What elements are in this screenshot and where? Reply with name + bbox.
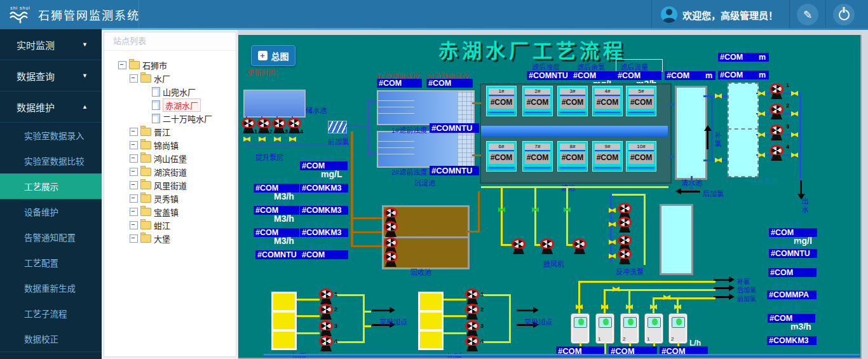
- collapse-icon[interactable]: [130, 194, 138, 203]
- collapse-icon[interactable]: [130, 141, 138, 149]
- pump-number: 4: [334, 338, 337, 344]
- inflow2-total-value: #COMKM3: [300, 206, 348, 215]
- tree-node-plants-group[interactable]: 水厂: [130, 72, 236, 85]
- scada-title: 赤湖水厂工艺流程: [438, 35, 627, 64]
- pencil-icon: ✎: [803, 8, 812, 22]
- valve-icon: [715, 158, 722, 163]
- tree-node-town[interactable]: 风里街道: [130, 179, 236, 192]
- tree-node-town[interactable]: 湖滨街道: [130, 165, 236, 179]
- filter-id: 2#: [525, 88, 550, 96]
- update-time-label: 更新时间：: [247, 67, 282, 78]
- filter-value: #COM: [489, 152, 514, 164]
- sidebar-sub-alarm-config[interactable]: 告警通知配置: [0, 224, 102, 250]
- collapse-icon[interactable]: [130, 208, 138, 216]
- post-chlorine-out-arrow: [714, 287, 729, 289]
- post-chlorine-arrow: [681, 191, 700, 193]
- pump-number: 2: [480, 306, 484, 313]
- tree-node-plant-shandou[interactable]: 山兜水厂: [152, 85, 236, 98]
- valve-icon: [791, 152, 798, 158]
- tree-node-town[interactable]: 蚶江: [130, 219, 236, 232]
- clear-water-tank: [675, 86, 707, 180]
- tree-label: 大堡: [154, 233, 170, 245]
- sidebar-sub-process-display[interactable]: 工艺展示: [0, 173, 102, 199]
- sidebar-divider: [0, 351, 102, 352]
- sidebar-sub-device-maint[interactable]: 设备维护: [0, 199, 102, 224]
- pipe: [566, 187, 568, 246]
- tree-node-plant-200k[interactable]: 二十万吨水厂: [152, 112, 236, 125]
- filter-unit: 3##COM: [557, 86, 588, 116]
- tree-label: 山兜水厂: [163, 86, 196, 98]
- filter-value: #COM: [595, 152, 620, 164]
- sidebar-sub-lab-entry[interactable]: 实验室数据录入: [0, 123, 102, 148]
- folder-icon: [129, 61, 140, 69]
- sedimentation-label: 沉淀池: [414, 177, 435, 187]
- filter-unit: 1##COM: [486, 86, 517, 116]
- collapse-icon[interactable]: [130, 154, 138, 163]
- collapse-icon[interactable]: [130, 128, 138, 136]
- valve-icon: [609, 254, 616, 259]
- collapse-icon[interactable]: [118, 61, 126, 69]
- filter-id: 10#: [628, 144, 654, 151]
- value-text: #COMKM3: [302, 206, 342, 215]
- sidebar-sub-subprocess[interactable]: 工艺子流程: [0, 301, 102, 326]
- edit-button[interactable]: ✎: [797, 4, 818, 25]
- out-ph-value: #COM: [768, 268, 817, 277]
- filter-unit: 9##COM: [592, 141, 623, 172]
- tree-node-town[interactable]: 鸿山伍堡: [130, 152, 236, 165]
- folder-icon: [140, 154, 151, 163]
- value-text: #COM: [720, 53, 743, 62]
- pump-number: 3: [285, 128, 288, 135]
- valve-icon: [715, 93, 722, 98]
- pipe: [628, 290, 630, 313]
- tree-node-town[interactable]: 锦尚镇: [130, 139, 236, 152]
- file-icon: [152, 87, 160, 97]
- value-text: #COM: [379, 79, 402, 88]
- value-text: #COMKM3: [302, 184, 342, 193]
- sidebar-sub-lab-compare[interactable]: 实验室数据比较: [0, 148, 102, 173]
- raw-turbidity-value: #COMNTU: [255, 250, 303, 259]
- sidebar-item-datamaint[interactable]: 数据维护 ▲: [0, 91, 102, 123]
- to-dosing-point-label: 至投加点: [379, 316, 407, 327]
- collapse-icon[interactable]: [130, 181, 138, 189]
- chlorinator-device: 1: [644, 313, 663, 344]
- blower-pump-icon: [512, 238, 526, 254]
- sidebar-item-dataquery[interactable]: 数据查询 ▼: [0, 60, 102, 91]
- tree-node-town[interactable]: 晋江: [130, 125, 236, 139]
- outflow-arrow: [800, 180, 802, 194]
- sidebar-item-realtime[interactable]: 实时监测 ▼: [0, 29, 102, 60]
- chlorinator-device: 1: [595, 313, 614, 344]
- collapse-icon[interactable]: [130, 168, 138, 176]
- prefilter1-turbidity-label: 1#滤前浊度: [391, 125, 427, 135]
- tree-node-town[interactable]: 灵秀镇: [130, 192, 236, 205]
- collapse-icon[interactable]: [130, 74, 138, 83]
- logout-button[interactable]: [833, 4, 855, 25]
- folder-icon: [140, 168, 151, 176]
- pump-number: 2: [786, 102, 789, 109]
- pipe: [610, 194, 612, 262]
- tree-node-plant-chihu[interactable]: 赤湖水厂: [152, 98, 236, 112]
- valve-icon: [758, 152, 765, 158]
- tree-node-town[interactable]: 大堡: [130, 232, 236, 245]
- main-area: + 总图 更新时间： 赤湖水厂工艺流程 储水池 1 2 3 4 提升泵房 前加氯…: [238, 30, 868, 359]
- alkali-tank: [418, 292, 444, 350]
- pipe: [351, 132, 353, 247]
- sidebar-item-label: 实时监测: [17, 38, 55, 51]
- collapse-icon[interactable]: [130, 234, 138, 243]
- value-text: #COM: [302, 250, 325, 259]
- tree-label: 锦尚镇: [154, 139, 179, 151]
- sidebar-sub-process-config[interactable]: 工艺配置: [0, 250, 102, 275]
- delivery-pump-house-label: 送水泵房: [750, 176, 778, 186]
- outflow-vlabel: 出水: [799, 198, 810, 214]
- sidebar-item-label: 数据查询: [17, 69, 55, 83]
- tree-node-city[interactable]: 石狮市: [118, 58, 236, 72]
- blower-pump-icon: [540, 238, 554, 254]
- sidebar-sub-data-correction[interactable]: 数据校正: [0, 326, 102, 351]
- aux-clear-tank: [660, 204, 693, 275]
- chlorinator-device: [571, 313, 590, 344]
- tree-node-town[interactable]: 宝盖镇: [130, 205, 236, 219]
- overview-button[interactable]: + 总图: [251, 45, 295, 66]
- collapse-icon[interactable]: [130, 221, 138, 229]
- sidebar-sub-data-regen[interactable]: 数据重新生成: [0, 275, 102, 301]
- filter-id: 5#: [628, 88, 654, 96]
- pipe: [365, 325, 371, 327]
